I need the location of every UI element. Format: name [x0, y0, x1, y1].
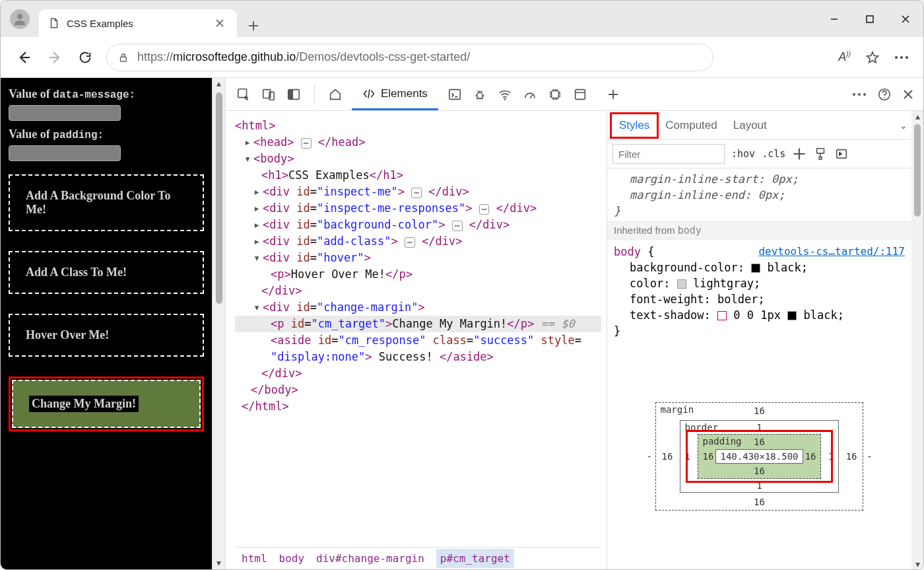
performance-icon[interactable] — [521, 86, 539, 103]
application-icon[interactable] — [572, 86, 589, 103]
paint-icon[interactable] — [813, 147, 828, 161]
url-text: https://microsoftedge.github.io/Demos/de… — [137, 50, 470, 64]
data-message-label: Value of data-message: — [9, 87, 204, 101]
scroll-up-icon[interactable]: ▴ — [216, 78, 221, 90]
back-button[interactable] — [15, 48, 34, 67]
devtools-toolbar: Elements — [226, 78, 923, 111]
svg-point-20 — [884, 96, 885, 98]
breadcrumb[interactable]: html body div#change-margin p#cm_target — [235, 547, 601, 569]
content-size: 140.430×18.500 — [715, 449, 803, 464]
devtools-close-icon[interactable] — [902, 89, 914, 100]
breadcrumb-item[interactable]: div#change-margin — [316, 550, 424, 567]
tab-title: CSS Examples — [67, 18, 133, 29]
maximize-button[interactable] — [852, 1, 888, 37]
bg-color-box[interactable]: Add A Background Color To Me! — [9, 174, 204, 231]
more-icon[interactable] — [894, 55, 909, 59]
lock-icon — [117, 52, 129, 63]
close-button[interactable] — [888, 1, 923, 37]
page-scrollbar[interactable]: ▴ ▾ — [212, 78, 225, 569]
forward-button[interactable] — [46, 48, 64, 67]
home-icon[interactable] — [327, 86, 344, 103]
add-class-box[interactable]: Add A Class To Me! — [9, 251, 204, 294]
layout-tab[interactable]: Layout — [725, 114, 775, 137]
reload-button[interactable] — [76, 48, 94, 67]
change-margin-box[interactable]: Change My Margin! — [12, 380, 201, 428]
svg-point-0 — [17, 14, 22, 19]
profile-avatar[interactable] — [10, 9, 30, 29]
svg-rect-22 — [819, 157, 822, 160]
styles-pane: Styles Computed Layout ⌄ :hov .cls — [607, 111, 923, 569]
breadcrumb-item-active[interactable]: p#cm_target — [436, 549, 514, 568]
toolbar: https://microsoftedge.github.io/Demos/de… — [1, 37, 923, 78]
minimize-button[interactable] — [816, 1, 852, 37]
svg-point-4 — [900, 56, 903, 59]
scroll-down-icon[interactable]: ▾ — [911, 559, 923, 569]
hover-box[interactable]: Hover Over Me! — [9, 314, 204, 357]
page-viewport: Value of data-message: Value of padding:… — [1, 78, 225, 569]
scroll-thumb[interactable] — [914, 124, 921, 217]
address-bar[interactable]: https://microsoftedge.github.io/Demos/de… — [106, 44, 713, 71]
elements-icon — [362, 87, 376, 100]
toolbar-right: A)) — [838, 50, 909, 65]
browser-tab[interactable]: CSS Examples — [39, 9, 237, 37]
selected-node[interactable]: ⋯ <p id="cm_target">Change My Margin!</p… — [235, 316, 601, 332]
scroll-down-icon[interactable]: ▾ — [216, 557, 221, 569]
scroll-up-icon[interactable]: ▴ — [911, 111, 923, 122]
svg-rect-1 — [867, 16, 873, 22]
svg-rect-14 — [551, 90, 558, 98]
svg-rect-11 — [449, 89, 461, 99]
content-area: Value of data-message: Value of padding:… — [1, 78, 923, 569]
svg-rect-15 — [576, 89, 585, 99]
svg-point-13 — [504, 98, 506, 100]
network-icon[interactable] — [496, 86, 513, 103]
ua-rule-block: margin-inline-start: 0px; margin-inline-… — [607, 168, 911, 222]
cls-toggle[interactable]: .cls — [762, 148, 785, 160]
help-icon[interactable] — [877, 87, 892, 102]
source-link[interactable]: devtools-cs…tarted/:117 — [758, 244, 905, 260]
favorite-icon[interactable] — [865, 50, 880, 65]
welcome-icon[interactable] — [285, 86, 302, 103]
memory-icon[interactable] — [546, 86, 564, 103]
padding-label: Value of padding: — [9, 127, 204, 141]
svg-point-18 — [863, 93, 866, 96]
body-rule[interactable]: devtools-cs…tarted/:117 body { backgroun… — [607, 240, 911, 343]
window-controls — [816, 1, 923, 37]
svg-point-5 — [906, 56, 908, 59]
breadcrumb-item[interactable]: html — [242, 550, 267, 567]
device-emulation-icon[interactable] — [260, 86, 277, 103]
color-swatch-icon[interactable] — [751, 264, 760, 273]
tab-close-icon[interactable] — [214, 18, 225, 28]
styles-tabs: Styles Computed Layout ⌄ — [607, 111, 911, 140]
hov-toggle[interactable]: :hov — [731, 148, 755, 160]
new-tab-button[interactable] — [242, 15, 265, 37]
svg-rect-2 — [121, 57, 127, 61]
svg-point-16 — [853, 93, 855, 96]
console-icon[interactable] — [446, 86, 463, 103]
dom-tree[interactable]: <html> ▸<head> ⋯ </head> ▾<body> <h1>CSS… — [235, 118, 601, 547]
styles-filter-input[interactable] — [612, 144, 725, 164]
box-model[interactable]: - - margin 16 16 16 16 border — [607, 343, 911, 569]
scroll-thumb[interactable] — [216, 92, 222, 304]
color-swatch-icon[interactable] — [677, 279, 686, 289]
color-swatch-icon[interactable] — [787, 311, 797, 320]
breadcrumb-item[interactable]: body — [279, 550, 305, 567]
elements-tab[interactable]: Elements — [352, 79, 438, 110]
change-margin-text: Change My Margin! — [29, 396, 139, 412]
elements-panel: <html> ▸<head> ⋯ </head> ▾<body> <h1>CSS… — [226, 111, 607, 569]
chevron-down-icon[interactable]: ⌄ — [900, 120, 908, 131]
computed-panel-icon[interactable] — [834, 147, 849, 161]
new-style-rule-icon[interactable] — [792, 147, 807, 161]
styles-tab[interactable]: Styles — [611, 114, 657, 137]
add-panel-icon[interactable] — [605, 86, 622, 103]
inspect-element-icon[interactable] — [235, 86, 252, 103]
titlebar: CSS Examples — [1, 1, 923, 37]
computed-tab[interactable]: Computed — [657, 114, 725, 137]
svg-point-17 — [858, 93, 861, 96]
styles-scrollbar[interactable]: ▴ ▾ — [911, 111, 923, 569]
devtools-more-icon[interactable] — [852, 92, 867, 96]
sources-bug-icon[interactable] — [471, 86, 488, 103]
read-aloud-icon[interactable]: A)) — [838, 50, 851, 64]
page-icon — [48, 17, 60, 29]
padding-input[interactable] — [9, 145, 121, 161]
data-message-input[interactable] — [9, 105, 121, 121]
